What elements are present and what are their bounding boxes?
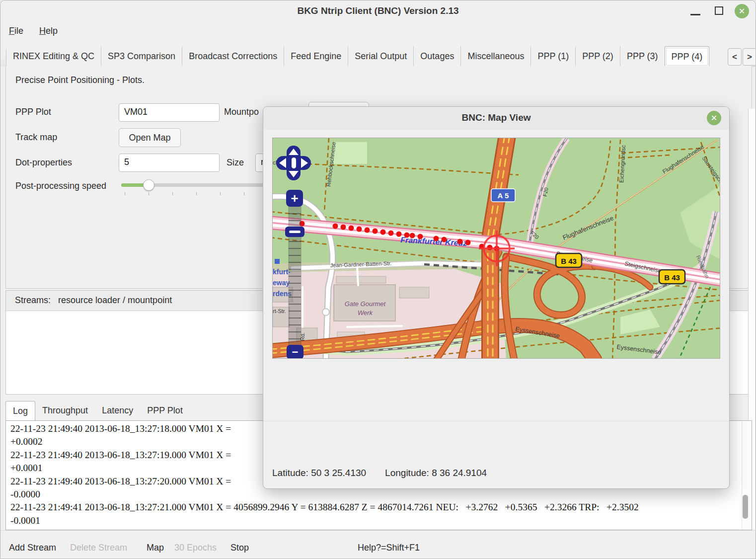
slider-tick xyxy=(196,192,197,195)
slider-tick xyxy=(244,192,244,195)
epochs-button: 30 Epochs xyxy=(174,543,217,553)
slider-tick xyxy=(149,192,149,195)
b43-road-sign: B 43 xyxy=(556,253,582,267)
log-line: 22-11-23 21:49:41 2013-06-18_13:27:21.00… xyxy=(10,501,639,514)
dialog-title-bar[interactable]: BNC: Map View ✕ xyxy=(263,107,729,130)
open-map-button[interactable]: Open Map xyxy=(119,128,181,147)
tab-ppp-4[interactable]: PPP (4) xyxy=(665,46,710,67)
map-label-gate-gourmet: Gate Gourmet xyxy=(345,300,386,308)
dialog-separator xyxy=(263,421,729,421)
dialog-close-icon[interactable]: ✕ xyxy=(707,111,721,125)
svg-text:B 43: B 43 xyxy=(664,273,680,282)
tab-bar: RINEX Editing & QC SP3 Comparison Broadc… xyxy=(0,46,756,67)
map-label-gateway: eway xyxy=(273,279,290,287)
tab-serial-output[interactable]: Serial Output xyxy=(348,46,413,67)
minimize-icon[interactable] xyxy=(690,14,700,15)
tab-rinex-editing[interactable]: RINEX Editing & QC xyxy=(6,46,101,67)
map-canvas[interactable]: Rehbockschneise neise ch Eichengrundsc F… xyxy=(272,138,720,359)
tab-miscellaneous[interactable]: Miscellaneous xyxy=(460,46,530,67)
title-bar[interactable]: BKG Ntrip Client (BNC) Version 2.13 ✕ xyxy=(0,0,756,22)
log-line: -0.0000 xyxy=(10,488,639,501)
stop-button[interactable]: Stop xyxy=(230,543,249,553)
slider-tick xyxy=(125,192,125,195)
mountpoint-label: Mountpo xyxy=(224,107,259,117)
tab-latency[interactable]: Latency xyxy=(95,401,140,420)
tab-sp3-comparison[interactable]: SP3 Comparison xyxy=(101,46,182,67)
maximize-icon[interactable] xyxy=(715,6,723,15)
tab-scroll-left-icon[interactable]: < xyxy=(728,48,742,66)
tab-ppp-2[interactable]: PPP (2) xyxy=(575,46,620,67)
dot-properties-label: Dot-properties xyxy=(15,158,72,168)
delete-stream-button: Delete Stream xyxy=(70,543,127,553)
a5-road-sign: A 5 xyxy=(491,189,515,202)
log-scrollbar-thumb[interactable] xyxy=(743,495,748,519)
map-view-dialog[interactable]: BNC: Map View ✕ xyxy=(263,106,730,489)
tab-throughput[interactable]: Throughput xyxy=(35,401,95,420)
tab-feed-engine[interactable]: Feed Engine xyxy=(284,46,348,67)
slider-tick xyxy=(220,192,221,195)
bottom-tab-bar: Log Throughput Latency PPP Plot xyxy=(5,401,190,420)
map-button[interactable]: Map xyxy=(147,543,164,553)
help-hint: Help?=Shift+F1 xyxy=(358,543,420,553)
tab-ppp-3[interactable]: PPP (3) xyxy=(620,46,665,67)
app-window: BKG Ntrip Client (BNC) Version 2.13 ✕ Fi… xyxy=(0,0,756,559)
map-label-gate-gourmet: Werk xyxy=(358,309,374,317)
zoom-in-icon[interactable]: + xyxy=(291,191,298,206)
parking-icon xyxy=(275,259,280,264)
map-label: rt-Str. xyxy=(273,308,286,314)
tab-ppp-1[interactable]: PPP (1) xyxy=(530,46,575,67)
size-label: Size xyxy=(227,158,244,168)
tab-scroll-right-icon[interactable]: > xyxy=(743,48,756,66)
menu-file[interactable]: File xyxy=(9,26,23,36)
log-line: -0.0001 xyxy=(10,514,639,527)
dialog-title: BNC: Map View xyxy=(263,112,729,123)
track-map-label: Track map xyxy=(15,132,57,143)
page-title: Precise Point Positioning - Plots. xyxy=(15,75,145,85)
menu-help[interactable]: Help xyxy=(39,26,58,36)
tab-ppp-plot[interactable]: PPP Plot xyxy=(140,401,190,420)
add-stream-button[interactable]: Add Stream xyxy=(9,543,56,553)
tab-outages[interactable]: Outages xyxy=(413,46,460,67)
dot-properties-input[interactable]: 5 xyxy=(119,154,220,172)
slider-tick xyxy=(172,192,173,195)
svg-text:A 5: A 5 xyxy=(498,191,509,200)
window-title: BKG Ntrip Client (BNC) Version 2.13 xyxy=(0,5,756,16)
coordinate-readout: Latitude: 50 3 25.4130Longitude: 8 36 24… xyxy=(272,468,506,479)
zoom-out-icon[interactable]: − xyxy=(292,346,299,358)
map-image: Rehbockschneise neise ch Eichengrundsc F… xyxy=(273,138,720,359)
post-speed-slider-handle[interactable] xyxy=(143,179,154,191)
tab-partial-left[interactable] xyxy=(0,49,6,67)
tab-broadcast-corrections[interactable]: Broadcast Corrections xyxy=(182,46,284,67)
longitude-value: Longitude: 8 36 24.9104 xyxy=(385,468,487,478)
b43-road-sign: B 43 xyxy=(659,270,685,284)
post-speed-label: Post-processing speed xyxy=(15,181,106,191)
ppp-plot-label: PPP Plot xyxy=(15,107,51,117)
log-scrollbar[interactable] xyxy=(742,421,751,530)
tab-log[interactable]: Log xyxy=(5,401,35,420)
close-icon[interactable]: ✕ xyxy=(735,4,749,18)
svg-text:B 43: B 43 xyxy=(561,257,577,265)
menu-bar: File Help xyxy=(0,22,756,43)
latitude-value: Latitude: 50 3 25.4130 xyxy=(272,468,366,478)
ppp-plot-input[interactable]: VM01 xyxy=(119,103,220,122)
bottom-toolbar: Add Stream Delete Stream Map 30 Epochs S… xyxy=(0,530,756,559)
map-label-gateway: kfurt- xyxy=(273,268,291,276)
